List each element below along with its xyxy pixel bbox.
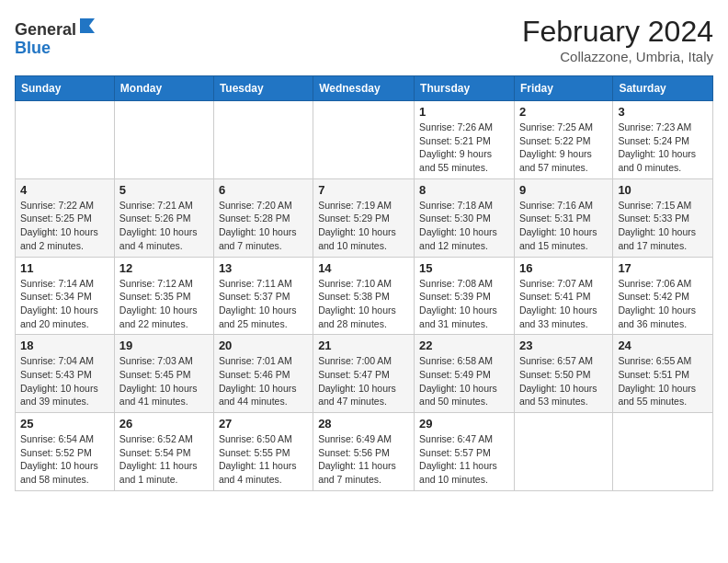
title-area: February 2024 Collazzone, Umbria, Italy (522, 15, 713, 64)
calendar-cell: 17Sunrise: 7:06 AM Sunset: 5:42 PM Dayli… (613, 257, 713, 335)
calendar-cell: 18Sunrise: 7:04 AM Sunset: 5:43 PM Dayli… (16, 335, 115, 413)
calendar-cell: 23Sunrise: 6:57 AM Sunset: 5:50 PM Dayli… (514, 335, 612, 413)
day-number: 23 (519, 339, 608, 352)
day-info: Sunrise: 7:25 AM Sunset: 5:22 PM Dayligh… (519, 121, 608, 175)
day-info: Sunrise: 7:06 AM Sunset: 5:42 PM Dayligh… (618, 277, 708, 331)
day-info: Sunrise: 7:19 AM Sunset: 5:29 PM Dayligh… (318, 199, 409, 253)
day-info: Sunrise: 7:22 AM Sunset: 5:25 PM Dayligh… (20, 199, 109, 253)
calendar-cell: 27Sunrise: 6:50 AM Sunset: 5:55 PM Dayli… (213, 413, 313, 491)
calendar-cell (16, 101, 115, 179)
logo-flag-icon (76, 15, 97, 35)
weekday-header: Thursday (415, 76, 515, 101)
calendar-title: February 2024 (522, 15, 713, 49)
day-info: Sunrise: 7:21 AM Sunset: 5:26 PM Dayligh… (119, 199, 209, 253)
day-number: 1 (419, 105, 509, 119)
day-number: 5 (119, 183, 209, 197)
calendar-cell: 6Sunrise: 7:20 AM Sunset: 5:28 PM Daylig… (213, 178, 313, 257)
day-number: 8 (419, 183, 509, 197)
day-number: 10 (618, 183, 708, 197)
calendar-cell: 5Sunrise: 7:21 AM Sunset: 5:26 PM Daylig… (114, 178, 213, 257)
day-number: 15 (419, 261, 509, 275)
weekday-header: Friday (514, 76, 612, 101)
calendar-cell: 14Sunrise: 7:10 AM Sunset: 5:38 PM Dayli… (313, 257, 415, 335)
calendar-cell: 21Sunrise: 7:00 AM Sunset: 5:47 PM Dayli… (313, 335, 415, 413)
calendar-week-row: 11Sunrise: 7:14 AM Sunset: 5:34 PM Dayli… (16, 257, 713, 335)
calendar-cell: 26Sunrise: 6:52 AM Sunset: 5:54 PM Dayli… (114, 413, 213, 491)
day-number: 19 (119, 339, 209, 352)
day-info: Sunrise: 7:14 AM Sunset: 5:34 PM Dayligh… (20, 277, 109, 331)
calendar-cell: 28Sunrise: 6:49 AM Sunset: 5:56 PM Dayli… (313, 413, 415, 491)
logo-blue: Blue (15, 39, 51, 57)
day-info: Sunrise: 6:52 AM Sunset: 5:54 PM Dayligh… (119, 432, 209, 487)
calendar-cell: 25Sunrise: 6:54 AM Sunset: 5:52 PM Dayli… (16, 413, 115, 491)
day-number: 2 (519, 105, 608, 119)
day-info: Sunrise: 7:11 AM Sunset: 5:37 PM Dayligh… (219, 277, 308, 331)
calendar-cell: 22Sunrise: 6:58 AM Sunset: 5:49 PM Dayli… (415, 335, 515, 413)
calendar-cell: 10Sunrise: 7:15 AM Sunset: 5:33 PM Dayli… (613, 178, 713, 257)
day-info: Sunrise: 7:01 AM Sunset: 5:46 PM Dayligh… (219, 354, 308, 408)
day-info: Sunrise: 7:20 AM Sunset: 5:28 PM Dayligh… (219, 199, 308, 253)
day-number: 24 (618, 339, 708, 352)
header: GeneralBlue February 2024 Collazzone, Um… (15, 15, 713, 64)
calendar-table: SundayMondayTuesdayWednesdayThursdayFrid… (15, 75, 713, 491)
day-info: Sunrise: 7:15 AM Sunset: 5:33 PM Dayligh… (618, 199, 708, 253)
day-number: 7 (318, 183, 409, 197)
day-info: Sunrise: 7:03 AM Sunset: 5:45 PM Dayligh… (119, 354, 209, 408)
calendar-cell: 12Sunrise: 7:12 AM Sunset: 5:35 PM Dayli… (114, 257, 213, 335)
svg-marker-0 (80, 18, 95, 33)
calendar-cell (613, 413, 713, 491)
calendar-cell (514, 413, 612, 491)
calendar-cell: 4Sunrise: 7:22 AM Sunset: 5:25 PM Daylig… (16, 178, 115, 257)
calendar-cell (313, 101, 415, 179)
day-number: 12 (119, 261, 209, 275)
weekday-header: Monday (114, 76, 213, 101)
calendar-cell: 13Sunrise: 7:11 AM Sunset: 5:37 PM Dayli… (213, 257, 313, 335)
calendar-body: 1Sunrise: 7:26 AM Sunset: 5:21 PM Daylig… (16, 101, 713, 491)
day-number: 11 (20, 261, 109, 275)
calendar-cell: 19Sunrise: 7:03 AM Sunset: 5:45 PM Dayli… (114, 335, 213, 413)
calendar-cell: 20Sunrise: 7:01 AM Sunset: 5:46 PM Dayli… (213, 335, 313, 413)
calendar-cell: 11Sunrise: 7:14 AM Sunset: 5:34 PM Dayli… (16, 257, 115, 335)
calendar-cell: 9Sunrise: 7:16 AM Sunset: 5:31 PM Daylig… (514, 178, 612, 257)
calendar-week-row: 18Sunrise: 7:04 AM Sunset: 5:43 PM Dayli… (16, 335, 713, 413)
day-info: Sunrise: 6:50 AM Sunset: 5:55 PM Dayligh… (219, 432, 308, 487)
day-info: Sunrise: 7:18 AM Sunset: 5:30 PM Dayligh… (419, 199, 509, 253)
day-info: Sunrise: 6:47 AM Sunset: 5:57 PM Dayligh… (419, 432, 509, 487)
day-number: 6 (219, 183, 308, 197)
day-number: 28 (318, 417, 409, 431)
day-info: Sunrise: 7:07 AM Sunset: 5:41 PM Dayligh… (519, 277, 608, 331)
day-number: 13 (219, 261, 308, 275)
day-info: Sunrise: 6:57 AM Sunset: 5:50 PM Dayligh… (519, 354, 608, 408)
day-info: Sunrise: 6:54 AM Sunset: 5:52 PM Dayligh… (20, 432, 109, 487)
day-number: 3 (618, 105, 708, 119)
calendar-cell (114, 101, 213, 179)
day-number: 22 (419, 339, 509, 352)
weekday-row: SundayMondayTuesdayWednesdayThursdayFrid… (16, 76, 713, 101)
day-info: Sunrise: 6:49 AM Sunset: 5:56 PM Dayligh… (318, 432, 409, 487)
calendar-cell: 15Sunrise: 7:08 AM Sunset: 5:39 PM Dayli… (415, 257, 515, 335)
calendar-week-row: 4Sunrise: 7:22 AM Sunset: 5:25 PM Daylig… (16, 178, 713, 257)
calendar-subtitle: Collazzone, Umbria, Italy (522, 49, 713, 64)
day-number: 21 (318, 339, 409, 352)
calendar-cell (213, 101, 313, 179)
day-info: Sunrise: 7:00 AM Sunset: 5:47 PM Dayligh… (318, 354, 409, 408)
day-number: 25 (20, 417, 109, 431)
day-info: Sunrise: 7:12 AM Sunset: 5:35 PM Dayligh… (119, 277, 209, 331)
day-number: 29 (419, 417, 509, 431)
calendar-cell: 24Sunrise: 6:55 AM Sunset: 5:51 PM Dayli… (613, 335, 713, 413)
day-number: 27 (219, 417, 308, 431)
calendar-cell: 8Sunrise: 7:18 AM Sunset: 5:30 PM Daylig… (415, 178, 515, 257)
day-number: 17 (618, 261, 708, 275)
weekday-header: Wednesday (313, 76, 415, 101)
day-number: 26 (119, 417, 209, 431)
day-info: Sunrise: 6:55 AM Sunset: 5:51 PM Dayligh… (618, 354, 708, 408)
calendar-week-row: 25Sunrise: 6:54 AM Sunset: 5:52 PM Dayli… (16, 413, 713, 491)
weekday-header: Tuesday (213, 76, 313, 101)
calendar-cell: 16Sunrise: 7:07 AM Sunset: 5:41 PM Dayli… (514, 257, 612, 335)
logo-general: General (15, 20, 76, 39)
calendar-week-row: 1Sunrise: 7:26 AM Sunset: 5:21 PM Daylig… (16, 101, 713, 179)
day-number: 18 (20, 339, 109, 352)
logo-text: GeneralBlue (15, 15, 97, 58)
logo: GeneralBlue (15, 15, 97, 58)
calendar-cell: 1Sunrise: 7:26 AM Sunset: 5:21 PM Daylig… (415, 101, 515, 179)
